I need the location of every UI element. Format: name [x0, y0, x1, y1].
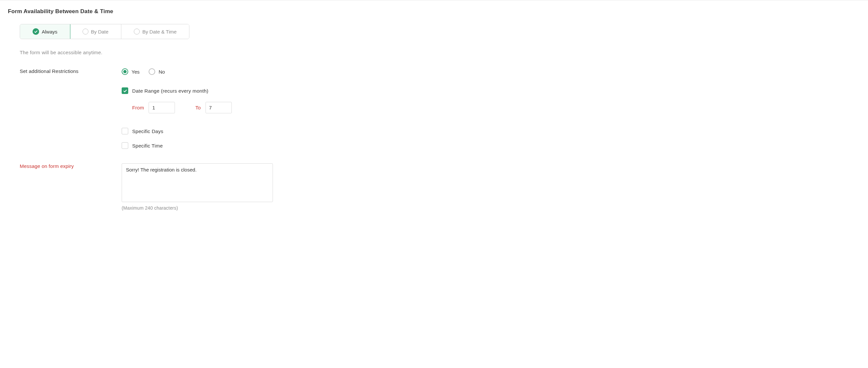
checkbox-label-specific-days: Specific Days [132, 129, 163, 134]
tab-label-by-date-time: By Date & Time [143, 29, 177, 34]
to-input[interactable] [206, 102, 232, 113]
tab-always[interactable]: Always [20, 24, 70, 39]
check-circle-icon [33, 28, 39, 35]
checkbox-specific-days[interactable] [122, 128, 128, 134]
restrictions-radio-group: Yes No [122, 68, 860, 75]
expiry-message-textarea[interactable] [122, 163, 273, 202]
tab-by-date-time[interactable]: By Date & Time [121, 24, 189, 39]
radio-label-no: No [158, 69, 165, 75]
circle-icon [83, 29, 88, 34]
checkbox-date-range[interactable] [122, 88, 128, 94]
section-title: Form Availability Between Date & Time [8, 8, 860, 15]
restrictions-label: Set additional Restrictions [20, 68, 122, 74]
radio-yes[interactable]: Yes [122, 68, 140, 75]
radio-icon [122, 68, 128, 75]
date-range-inputs: From To [122, 102, 860, 113]
tab-label-by-date: By Date [91, 29, 108, 34]
radio-label-yes: Yes [131, 69, 140, 75]
expiry-message-label: Message on form expiry [20, 163, 122, 169]
circle-icon [134, 29, 140, 34]
availability-tab-group: Always By Date By Date & Time [20, 24, 189, 39]
helper-text: The form will be accessible anytime. [20, 49, 860, 55]
from-label: From [132, 105, 144, 110]
to-label: To [195, 105, 200, 110]
radio-icon [149, 68, 155, 75]
tab-label-always: Always [42, 29, 58, 34]
char-limit-text: (Maximum 240 characters) [122, 205, 860, 211]
tab-by-date[interactable]: By Date [70, 24, 121, 39]
checkbox-specific-time[interactable] [122, 142, 128, 149]
from-input[interactable] [149, 102, 175, 113]
radio-no[interactable]: No [149, 68, 165, 75]
checkbox-label-specific-time: Specific Time [132, 143, 163, 148]
checkbox-label-date-range: Date Range (recurs every month) [132, 88, 209, 94]
